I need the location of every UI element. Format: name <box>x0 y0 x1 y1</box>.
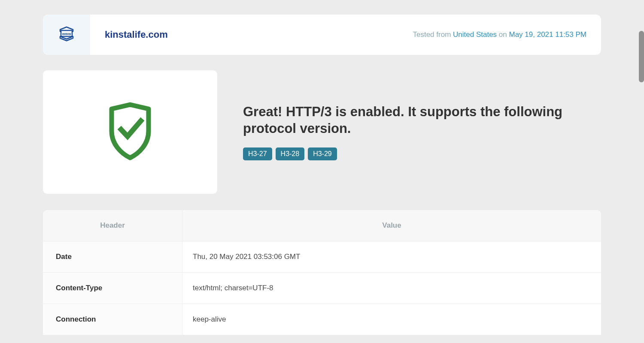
row-value: keep-alive <box>182 304 601 335</box>
col-header-label: Header <box>43 210 182 241</box>
result-header-bar: WWW kinstalife.com Tested from United St… <box>43 15 601 55</box>
row-header: Date <box>43 241 182 272</box>
table-row: Connection keep-alive <box>43 304 601 335</box>
header-body: kinstalife.com Tested from United States… <box>90 15 601 55</box>
col-value-label: Value <box>182 210 601 241</box>
result-block: Great! HTTP/3 is enabled. It supports th… <box>43 70 601 194</box>
tested-location: United States <box>453 30 497 39</box>
www-icon-box: WWW <box>43 15 90 55</box>
shield-check-icon <box>102 101 158 163</box>
protocol-badges: H3-27 H3-28 H3-29 <box>243 147 601 160</box>
tested-datetime: May 19, 2021 11:53 PM <box>509 30 586 39</box>
row-header: Content-Type <box>43 273 182 304</box>
row-value: Thu, 20 May 2021 03:53:06 GMT <box>182 241 601 272</box>
tested-from-label: Tested from <box>413 30 451 39</box>
protocol-badge: H3-29 <box>308 147 337 160</box>
protocol-badge: H3-27 <box>243 147 272 160</box>
protocol-badge: H3-28 <box>276 147 305 160</box>
table-row: Date Thu, 20 May 2021 03:53:06 GMT <box>43 241 601 273</box>
result-text: Great! HTTP/3 is enabled. It supports th… <box>243 104 601 160</box>
www-badge-icon: WWW <box>57 24 76 45</box>
table-head: Header Value <box>43 210 601 241</box>
page-container: WWW kinstalife.com Tested from United St… <box>0 0 644 343</box>
headers-table: Header Value Date Thu, 20 May 2021 03:53… <box>43 210 601 335</box>
row-value: text/html; charset=UTF-8 <box>182 273 601 304</box>
status-card <box>43 70 217 194</box>
svg-text:WWW: WWW <box>62 32 71 36</box>
table-row: Content-Type text/html; charset=UTF-8 <box>43 273 601 304</box>
test-meta: Tested from United States on May 19, 202… <box>413 30 586 39</box>
tested-domain: kinstalife.com <box>105 29 168 40</box>
result-heading: Great! HTTP/3 is enabled. It supports th… <box>243 104 601 137</box>
scrollbar-thumb[interactable] <box>639 31 644 82</box>
row-header: Connection <box>43 304 182 335</box>
on-label: on <box>499 30 507 39</box>
